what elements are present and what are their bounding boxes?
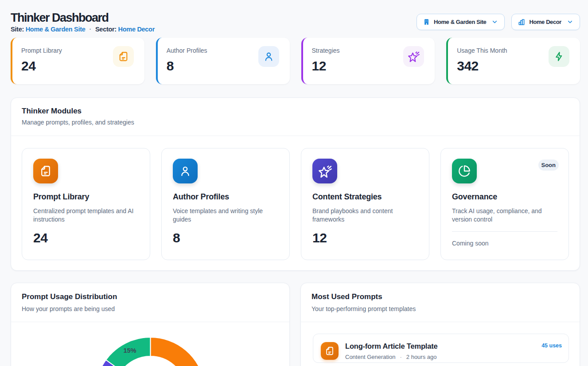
svg-text:15%: 15% [123,347,136,354]
